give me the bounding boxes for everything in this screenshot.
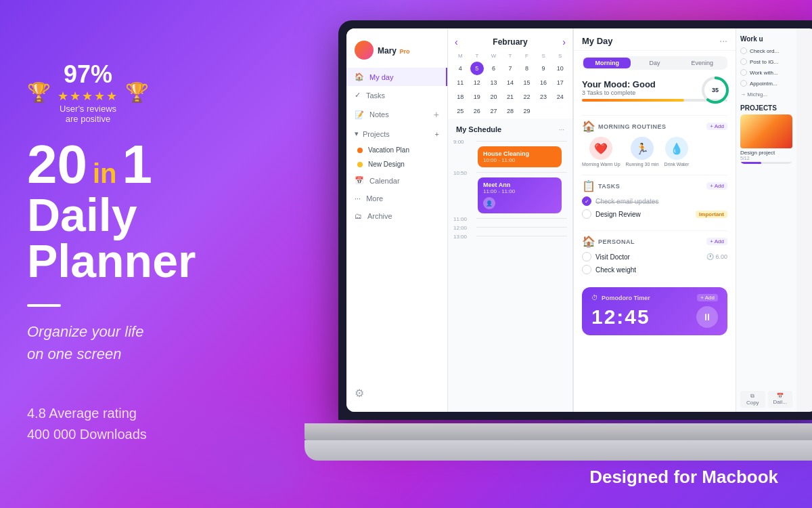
cal-date-14[interactable]: 14 [503, 76, 517, 89]
myday-title: My Day [582, 36, 613, 46]
user-avatar [355, 41, 374, 60]
time-line-9 [476, 141, 567, 142]
cal-date-8[interactable]: 8 [520, 62, 534, 75]
time-9: 9:00 [453, 137, 472, 145]
cal-date-24[interactable]: 24 [554, 90, 567, 104]
settings-icon[interactable]: ⚙ [355, 387, 364, 399]
cal-date-11[interactable]: 11 [453, 76, 467, 89]
laurel-right: 🏆 [125, 81, 149, 104]
sidebar-item-calendar[interactable]: 📅 Calendar [346, 171, 447, 190]
routines-add-button[interactable]: + Add [706, 123, 727, 130]
right-task-4[interactable]: Appointm... [736, 78, 796, 89]
personal-2-text: Check weight [595, 266, 636, 274]
sidebar-item-myday[interactable]: 🏠 My day [346, 68, 447, 86]
cal-date-7[interactable]: 7 [503, 62, 517, 75]
right-check-2 [740, 58, 747, 65]
cal-date-9[interactable]: 9 [537, 62, 550, 75]
cal-date-4[interactable]: 4 [453, 62, 467, 75]
personal-header: 🏠 PERSONAL + Add [582, 235, 727, 248]
chevron-icon: ▾ [355, 129, 359, 138]
cal-date-10[interactable]: 10 [554, 62, 567, 75]
cal-date-18[interactable]: 18 [453, 90, 467, 104]
cal-date-5[interactable]: 5 [470, 62, 484, 75]
cal-date-23[interactable]: 23 [537, 90, 550, 104]
day-w: W [485, 51, 502, 60]
right-task-1[interactable]: Check ord... [736, 45, 796, 56]
right-panel-work-label: Work u [736, 28, 796, 45]
segment-day[interactable]: Day [631, 58, 678, 68]
copy-icon: ⧉ [742, 393, 763, 400]
event-house-title: House Cleaning [483, 150, 556, 157]
projects-add-icon[interactable]: + [435, 130, 439, 138]
projects-label: Projects [363, 130, 390, 138]
cal-date-19[interactable]: 19 [470, 90, 484, 104]
project-thumb-name: Design project [740, 150, 792, 156]
sidebar-bottom: ⚙ [346, 381, 447, 405]
mood-bar-fill [582, 99, 684, 102]
subtitle-line1: Organize your life [27, 323, 143, 340]
dial-button[interactable]: 📅 Dail... [768, 391, 793, 408]
cal-prev-button[interactable]: ‹ [455, 37, 458, 47]
cal-date-21[interactable]: 21 [503, 90, 517, 104]
cal-date-28[interactable]: 28 [503, 104, 517, 118]
task-2-check[interactable] [582, 209, 591, 219]
warmup-label: Morning Warm Up [582, 162, 621, 167]
home-routine-icon: 🏠 [582, 120, 595, 133]
time-slot-10: 10:50 [453, 169, 567, 176]
cal-date-26[interactable]: 26 [470, 104, 484, 118]
sidebar-item-archive[interactable]: 🗂 Archive [346, 207, 447, 225]
cal-date-16[interactable]: 16 [537, 76, 550, 89]
sidebar: Mary Pro 🏠 My day ✓ Tasks 📝 [346, 28, 448, 412]
hero-number: 20 [27, 137, 87, 192]
segment-morning[interactable]: Morning [583, 58, 631, 68]
project-vacation[interactable]: Vacation Plan [346, 143, 447, 157]
rating-stat: 4.8 Average rating [27, 406, 318, 421]
schedule-more-button[interactable]: ··· [559, 126, 564, 133]
cal-date-17[interactable]: 17 [554, 76, 567, 89]
project-dot-yellow [357, 162, 363, 167]
tasks-add-button[interactable]: + Add [706, 182, 727, 190]
cal-date-6[interactable]: 6 [487, 62, 500, 75]
app-ui: Mary Pro 🏠 My day ✓ Tasks 📝 [346, 28, 812, 412]
right-task-3[interactable]: Work with... [736, 67, 796, 78]
cal-date-15[interactable]: 15 [520, 76, 534, 89]
projects-section-header[interactable]: ▾ Projects + [346, 125, 447, 143]
personal-1-time: 🕐 6.00 [706, 253, 727, 260]
michigan-arrow: → Michig... [736, 89, 796, 100]
project-design[interactable]: New Design [346, 157, 447, 171]
cal-date-20[interactable]: 20 [487, 90, 500, 104]
right-task-2[interactable]: Post to IG... [736, 56, 796, 67]
sidebar-item-more[interactable]: ··· More [346, 190, 447, 207]
copy-button[interactable]: ⧉ Copy [740, 391, 765, 408]
schedule-section: My Schedule ··· 9:00 House Cleaning [448, 119, 572, 412]
personal-2-check[interactable] [582, 265, 591, 274]
sidebar-item-tasks[interactable]: ✓ Tasks [346, 86, 447, 104]
stars: ★★★★★ [58, 89, 118, 104]
event-meet-ann[interactable]: Meet Ann 11:00 - 11:00 👤 [478, 177, 562, 213]
cal-date-22[interactable]: 22 [520, 90, 534, 104]
time-line-12 [476, 227, 567, 228]
task-1-check[interactable]: ✓ [582, 196, 591, 206]
cal-date-27[interactable]: 27 [487, 104, 500, 118]
water-label: Drink Water [664, 162, 690, 167]
cal-date-13[interactable]: 13 [487, 76, 500, 89]
project-thumb[interactable]: Design project 5/12 [740, 114, 792, 164]
cal-date-12[interactable]: 12 [470, 76, 484, 89]
meet-ann-avatar: 👤 [483, 197, 495, 209]
myday-more-button[interactable]: ··· [719, 35, 727, 46]
warmup-icon-circle: ❤️ [589, 137, 612, 160]
personal-1-check[interactable] [582, 252, 591, 261]
notes-add-button[interactable]: + [434, 109, 439, 120]
segment-evening[interactable]: Evening [679, 58, 726, 68]
personal-add-button[interactable]: + Add [706, 238, 727, 245]
cal-next-button[interactable]: › [562, 37, 566, 47]
user-pro: Pro [399, 48, 409, 55]
sidebar-myday-label: My day [369, 73, 393, 81]
personal-block: 🏠 PERSONAL + Add Visit Doctor 🕐 6.00 [582, 230, 727, 278]
cal-date-29[interactable]: 29 [520, 104, 534, 118]
archive-icon: 🗂 [355, 212, 362, 220]
event-house-cleaning[interactable]: House Cleaning 10:00 - 11:00 [478, 146, 562, 167]
pomodoro-pause-button[interactable]: ⏸ [696, 306, 718, 328]
cal-date-25[interactable]: 25 [453, 104, 467, 118]
pomodoro-add-button[interactable]: + Add [697, 294, 718, 301]
